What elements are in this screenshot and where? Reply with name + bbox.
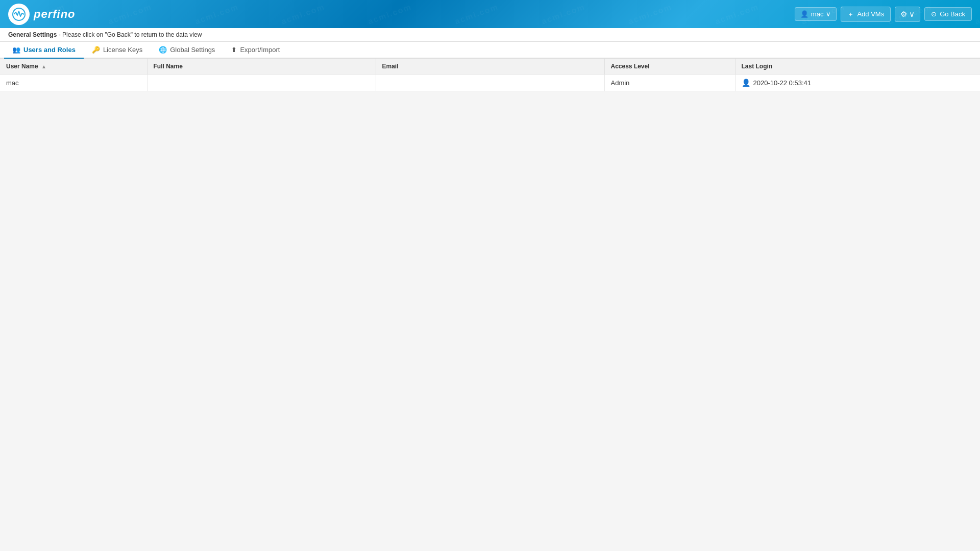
col-header-username[interactable]: User Name ▲ — [0, 59, 147, 74]
col-header-email[interactable]: Email — [376, 59, 604, 74]
tabs-bar: 👥 Users and Roles 🔑 License Keys 🌐 Globa… — [0, 42, 980, 59]
app-header: acmi.com acmi.com acmi.com acmi.com acmi… — [0, 0, 980, 28]
go-back-header-button[interactable]: ⊙ Go Back — [924, 7, 972, 21]
logo-text: perfino — [34, 8, 76, 21]
license-keys-icon: 🔑 — [92, 46, 100, 54]
tab-global-settings-label: Global Settings — [170, 46, 215, 54]
user-menu-button[interactable]: 👤 mac ∨ — [795, 7, 837, 21]
add-vms-button[interactable]: ＋ Add VMs — [841, 7, 891, 22]
users-roles-icon: 👥 — [12, 46, 20, 54]
add-vms-label: Add VMs — [857, 10, 884, 18]
go-back-header-label: Go Back — [940, 10, 965, 18]
col-lastlogin-label: Last Login — [742, 63, 773, 70]
cell-fullname — [147, 74, 376, 91]
go-back-icon: ⊙ — [931, 10, 937, 18]
tab-global-settings[interactable]: 🌐 Global Settings — [151, 42, 223, 59]
export-import-icon: ⬆ — [231, 46, 237, 54]
cell-access-level: Admin — [604, 74, 735, 91]
cell-last-login: 👤 2020-10-22 0:53:41 — [735, 74, 980, 91]
global-settings-icon: 🌐 — [159, 46, 167, 54]
settings-gear-button[interactable]: ⚙ ∨ — [895, 7, 920, 22]
cell-email — [376, 74, 604, 91]
col-header-fullname[interactable]: Full Name — [147, 59, 376, 74]
tab-users-roles-label: Users and Roles — [23, 46, 76, 54]
tab-export-import[interactable]: ⬆ Export/Import — [223, 42, 288, 59]
tab-export-import-label: Export/Import — [240, 46, 280, 54]
logo-icon — [8, 4, 30, 25]
col-access-label: Access Level — [611, 63, 650, 70]
table-row[interactable]: mac Admin 👤 2020-10-22 0:53:41 — [0, 74, 980, 91]
user-label: mac — [811, 10, 824, 18]
chevron-down-icon: ∨ — [826, 10, 831, 18]
gear-chevron-icon: ∨ — [909, 10, 915, 19]
col-fullname-label: Full Name — [154, 63, 183, 70]
logo-svg — [12, 7, 26, 21]
tab-license-keys[interactable]: 🔑 License Keys — [84, 42, 151, 59]
tab-users-roles[interactable]: 👥 Users and Roles — [4, 42, 84, 59]
col-username-label: User Name — [6, 63, 38, 70]
last-login-value: 2020-10-22 0:53:41 — [753, 79, 811, 87]
settings-title: General Settings — [8, 31, 57, 38]
user-icon: 👤 — [800, 10, 808, 18]
col-header-last-login[interactable]: Last Login — [735, 59, 980, 74]
table-body: mac Admin 👤 2020-10-22 0:53:41 — [0, 74, 980, 91]
users-table: User Name ▲ Full Name Email Access Level… — [0, 59, 980, 91]
gear-icon: ⚙ — [900, 10, 907, 19]
sort-icon-username: ▲ — [41, 64, 46, 69]
settings-breadcrumb: General Settings - Please click on "Go B… — [8, 31, 202, 38]
plus-icon: ＋ — [847, 10, 854, 19]
settings-bar: General Settings - Please click on "Go B… — [0, 28, 980, 42]
table-header-row: User Name ▲ Full Name Email Access Level… — [0, 59, 980, 74]
logo-area[interactable]: perfino — [8, 4, 76, 25]
tab-license-keys-label: License Keys — [103, 46, 142, 54]
settings-subtitle: - Please click on "Go Back" to return to… — [59, 31, 202, 38]
col-header-access-level[interactable]: Access Level — [604, 59, 735, 74]
col-email-label: Email — [382, 63, 399, 70]
cell-username: mac — [0, 74, 147, 91]
users-table-container: User Name ▲ Full Name Email Access Level… — [0, 59, 980, 91]
login-user-icon: 👤 — [742, 79, 750, 87]
header-controls: 👤 mac ∨ ＋ Add VMs ⚙ ∨ ⊙ Go Back — [795, 7, 972, 22]
